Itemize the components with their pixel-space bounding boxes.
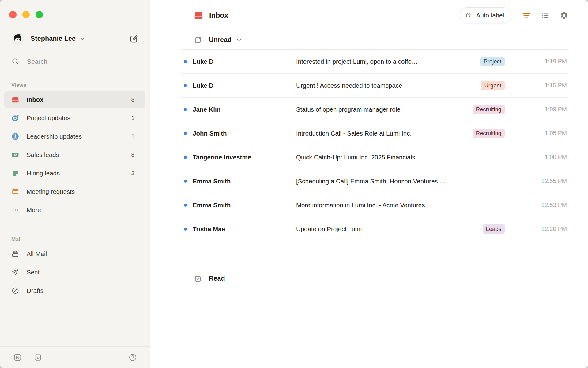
email-row[interactable]: Luke DInterested in project Lumi, open t…: [181, 50, 568, 74]
notion-logo-icon[interactable]: [13, 353, 22, 362]
unread-dot-icon: [184, 108, 187, 111]
email-tag-project: Project: [480, 57, 505, 66]
all-mail-icon: [11, 250, 19, 258]
window-controls: [9, 11, 150, 18]
email-row[interactable]: Emma SmithMore information in Lumi Inc. …: [181, 193, 568, 217]
sidebar-item-label: All Mail: [27, 250, 47, 258]
read-section-header[interactable]: Read: [181, 269, 568, 288]
avatar: [11, 33, 24, 45]
email-row[interactable]: Emma Smith[Scheduling a Call] Emma Smith…: [181, 169, 568, 193]
help-icon[interactable]: [129, 353, 137, 362]
unread-section-header[interactable]: Unread: [181, 31, 568, 50]
sidebar-item-sales-leads[interactable]: Sales leads8: [4, 146, 145, 163]
email-time: 1:09 PM: [509, 106, 567, 113]
compose-button[interactable]: [129, 34, 138, 44]
email-tag-leads: Leads: [483, 224, 505, 234]
sidebar-item-project-updates[interactable]: Project updates1: [4, 109, 145, 127]
sidebar-item-inbox[interactable]: Inbox8: [4, 91, 145, 108]
header-actions: Auto label: [460, 7, 568, 23]
unread-dot-icon: [184, 180, 187, 183]
unread-dot-icon: [184, 228, 187, 231]
inbox-icon: [194, 11, 203, 20]
search-button[interactable]: Search: [11, 57, 138, 66]
person-icon: [11, 132, 19, 140]
unread-label: Unread: [209, 36, 232, 44]
sidebar-item-label: Sales leads: [27, 151, 59, 159]
auto-label-button[interactable]: Auto label: [460, 7, 511, 23]
sidebar-item-leadership-updates[interactable]: Leadership updates1: [4, 128, 145, 145]
auto-label-icon: [465, 12, 473, 19]
email-sender: Emma Smith: [193, 178, 296, 185]
sidebar-item-drafts[interactable]: Drafts: [4, 282, 145, 299]
close-window-button[interactable]: [9, 11, 17, 18]
read-checkbox-icon: [194, 275, 202, 283]
email-time: 12:53 PM: [509, 201, 567, 209]
email-time: 1:00 PM: [509, 154, 567, 161]
sent-icon: [11, 268, 19, 276]
email-time: 1:15 PM: [509, 82, 567, 89]
email-subject: Urgent ! Access needed to teamspace: [296, 82, 481, 89]
sidebar-footer: 6: [0, 346, 150, 368]
calendar-icon: [11, 188, 19, 196]
email-subject: More information in Lumi Inc. - Acme Ven…: [296, 201, 509, 209]
unread-count-badge: 2: [131, 170, 134, 177]
email-list: Luke DInterested in project Lumi, open t…: [181, 50, 568, 241]
inbox-icon: [11, 96, 19, 104]
section-label-mail: Mail: [11, 236, 150, 243]
sidebar-item-label: Inbox: [27, 96, 43, 103]
email-subject: Interested in project Lumi, open to a co…: [296, 58, 480, 65]
email-time: 12:20 PM: [509, 225, 567, 232]
unread-count-badge: 1: [131, 115, 134, 121]
minimize-window-button[interactable]: [22, 11, 30, 18]
sidebar-item-more[interactable]: More: [4, 201, 145, 219]
email-row[interactable]: Luke DUrgent ! Access needed to teamspac…: [181, 74, 568, 98]
unread-count-badge: 8: [131, 151, 134, 158]
section-label-views: Views: [11, 82, 150, 88]
unread-dot-icon: [184, 156, 187, 159]
email-time: 1:19 PM: [509, 58, 567, 65]
sidebar-item-label: Hiring leads: [27, 170, 60, 177]
sidebar-item-label: Project updates: [27, 114, 70, 122]
sidebar-item-meeting-requests[interactable]: Meeting requests: [4, 183, 145, 200]
target-icon: [11, 114, 19, 122]
sidebar-item-sent[interactable]: Sent: [4, 263, 145, 281]
email-sender: John Smith: [193, 130, 296, 137]
sidebar-item-hiring-leads[interactable]: Hiring leads2: [4, 164, 145, 182]
email-tag-recruiting: Recruiting: [473, 129, 505, 138]
main-header: Inbox Auto label: [181, 0, 568, 31]
unread-count-badge: 1: [131, 133, 134, 140]
list-view-icon[interactable]: [541, 11, 549, 20]
email-sender: Tangerine Investme…: [193, 154, 296, 161]
search-label: Search: [27, 58, 47, 65]
sidebar-item-label: Drafts: [27, 287, 43, 294]
sidebar-item-label: More: [27, 206, 41, 214]
unread-dot-icon: [184, 60, 187, 63]
unread-dot-icon: [184, 204, 187, 207]
maximize-window-button[interactable]: [36, 11, 43, 18]
email-row[interactable]: Trisha MaeUpdate on Project LumiLeads12:…: [181, 217, 568, 241]
email-subject: Introduction Call - Sales Role at Lumi I…: [296, 130, 473, 137]
sidebar-item-all-mail[interactable]: All Mail: [4, 245, 145, 263]
account-switcher[interactable]: Stephanie Lee: [11, 33, 138, 45]
filter-icon[interactable]: [522, 11, 530, 20]
email-sender: Emma Smith: [193, 201, 296, 209]
sidebar-item-label: Sent: [27, 269, 40, 276]
unread-icon: [194, 36, 202, 44]
chevron-down-icon: [79, 36, 86, 42]
calendar-day-icon[interactable]: 6: [34, 353, 42, 362]
email-row[interactable]: Jane KimStatus of open program manager r…: [181, 98, 568, 121]
search-icon: [11, 57, 20, 66]
ellipsis-icon: [11, 206, 19, 214]
user-name: Stephanie Lee: [31, 35, 76, 43]
email-sender: Trisha Mae: [193, 225, 296, 233]
email-row[interactable]: Tangerine Investme…Quick Catch-Up: Lumi …: [181, 145, 568, 169]
cash-icon: [11, 151, 19, 159]
email-tag-urgent: Urgent: [481, 81, 505, 90]
settings-gear-icon[interactable]: [560, 11, 568, 20]
svg-text:6: 6: [37, 356, 39, 359]
email-tag-recruiting: Recruiting: [473, 105, 505, 114]
drafts-icon: [11, 287, 19, 295]
unread-count-badge: 8: [131, 96, 134, 103]
email-row[interactable]: John SmithIntroduction Call - Sales Role…: [181, 121, 568, 145]
email-sender: Luke D: [193, 58, 296, 65]
